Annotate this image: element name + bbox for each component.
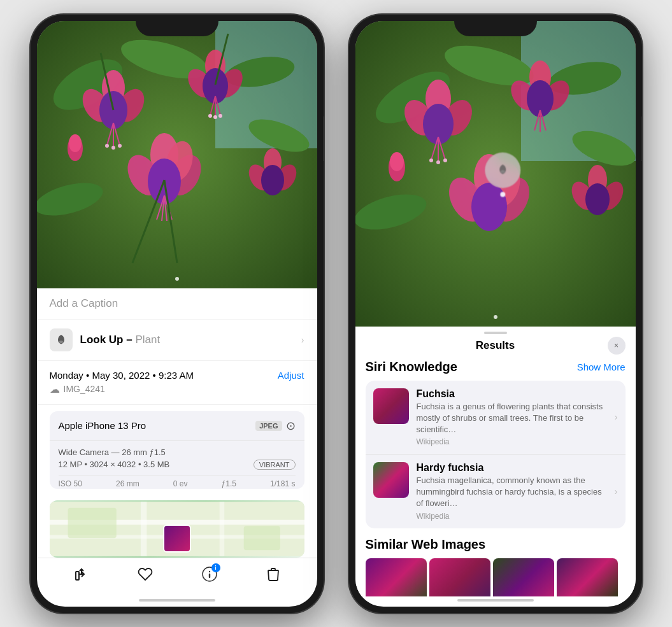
aperture-value: ƒ1.5	[222, 479, 236, 488]
fuchsia-chevron: ›	[615, 412, 618, 422]
lookup-dot	[500, 192, 505, 197]
svg-point-95	[500, 169, 504, 173]
svg-point-88	[471, 183, 507, 231]
results-header: Results ×	[355, 339, 636, 360]
svg-point-25	[208, 114, 212, 118]
svg-point-27	[218, 114, 222, 118]
fuchsia-desc: Fuchsia is a genus of flowering plants t…	[417, 401, 607, 436]
caption-placeholder: Add a Caption	[50, 297, 118, 309]
vibrant-badge: VIBRANT	[254, 460, 296, 470]
svg-point-75	[436, 160, 440, 164]
similar-image-4[interactable]	[557, 558, 618, 596]
svg-point-57	[208, 571, 210, 572]
similar-images-row	[366, 558, 626, 596]
shutter-value: 1/181 s	[270, 479, 295, 488]
date-text: Monday • May 30, 2022 • 9:23 AM	[50, 370, 194, 381]
photo-info-section: Monday • May 30, 2022 • 9:23 AM Adjust ☁…	[37, 361, 317, 405]
close-button[interactable]: ×	[608, 337, 626, 355]
hardy-name: Hardy fuchsia	[417, 462, 607, 474]
svg-rect-53	[68, 507, 116, 538]
phone2-screen: Results × Siri Knowledge Show More	[355, 21, 636, 607]
cloud-icon: ☁	[50, 383, 60, 395]
home-indicator	[139, 599, 215, 602]
lookup-label: Look Up – Plant	[80, 334, 161, 346]
svg-rect-51	[140, 502, 147, 556]
phone1-screen: Add a Caption Look Up – Plant › Monda	[37, 21, 317, 607]
results-content: Siri Knowledge Show More Fuchsia Fuchsia…	[355, 360, 636, 596]
svg-point-42	[69, 134, 82, 152]
svg-point-76	[443, 159, 447, 162]
jpeg-badge: JPEG	[255, 421, 282, 431]
svg-point-16	[111, 146, 115, 150]
knowledge-item-2[interactable]: Hardy fuchsia Fuchsia magellanica, commo…	[366, 454, 626, 528]
knowledge-item-1[interactable]: Fuchsia Fuchsia is a genus of flowering …	[366, 381, 626, 454]
knowledge-card: Fuchsia Fuchsia is a genus of flowering …	[366, 381, 626, 528]
share-button[interactable]	[74, 567, 89, 586]
svg-rect-55	[76, 572, 79, 580]
siri-knowledge-header: Siri Knowledge Show More	[366, 360, 626, 374]
fuchsia-name: Fuchsia	[417, 388, 607, 400]
phone-1: Add a Caption Look Up – Plant › Monda	[31, 15, 324, 613]
similar-image-1[interactable]	[366, 558, 427, 596]
mp-info: 12 MP • 3024 × 4032 • 3.5 MB	[59, 460, 170, 469]
visual-lookup-button[interactable]	[485, 152, 520, 188]
home-indicator-2	[457, 599, 534, 602]
toolbar: i	[37, 558, 317, 596]
results-title: Results	[476, 339, 515, 352]
svg-point-92	[585, 183, 610, 215]
fuchsia-thumb	[373, 388, 409, 424]
show-more-button[interactable]: Show More	[577, 362, 626, 372]
photo-page-dot	[175, 277, 179, 281]
fuchsia-source: Wikipedia	[417, 437, 607, 446]
iso-value: ISO 50	[59, 479, 82, 488]
info-button[interactable]: i	[201, 566, 218, 586]
hardy-desc: Fuchsia magellanica, commonly known as t…	[417, 475, 607, 510]
svg-point-17	[118, 144, 122, 148]
results-sheet: Results × Siri Knowledge Show More	[355, 327, 636, 596]
caption-area[interactable]: Add a Caption	[37, 288, 317, 320]
filename: IMG_4241	[64, 384, 105, 394]
info-badge: i	[211, 563, 220, 572]
svg-point-26	[213, 115, 217, 119]
hardy-chevron: ›	[615, 486, 618, 497]
svg-point-40	[261, 165, 284, 195]
camera-section: Apple iPhone 13 Pro JPEG ⊙ Wide Camera —…	[50, 411, 304, 489]
delete-button[interactable]	[266, 567, 280, 586]
photo2-page-dot	[494, 315, 497, 319]
svg-point-47	[59, 341, 63, 343]
similar-image-3[interactable]	[493, 558, 554, 596]
lookup-row[interactable]: Look Up – Plant ›	[37, 320, 317, 361]
svg-rect-58	[208, 574, 210, 578]
svg-rect-52	[219, 502, 224, 556]
phone-2: Results × Siri Knowledge Show More	[349, 15, 642, 613]
wide-camera-info: Wide Camera — 26 mm ƒ1.5	[59, 447, 296, 457]
adjust-button[interactable]: Adjust	[278, 370, 304, 381]
svg-point-74	[429, 159, 433, 162]
ev-value: 0 ev	[173, 479, 188, 488]
sheet-handle	[484, 332, 507, 334]
favorite-button[interactable]	[138, 567, 153, 586]
phone1-photo[interactable]	[37, 21, 317, 288]
siri-knowledge-title: Siri Knowledge	[366, 360, 457, 374]
phone2-photo[interactable]	[355, 21, 636, 327]
svg-point-94	[390, 152, 404, 171]
svg-point-15	[105, 144, 109, 148]
focal-value: 26 mm	[116, 479, 139, 488]
lookup-icon	[50, 328, 73, 351]
camera-name: Apple iPhone 13 Pro	[59, 420, 147, 431]
similar-title: Similar Web Images	[366, 537, 626, 552]
map-area[interactable]	[50, 500, 304, 558]
similar-section: Similar Web Images	[366, 537, 626, 596]
lookup-chevron: ›	[301, 335, 304, 345]
camera-icon[interactable]: ⊙	[286, 419, 296, 433]
hardy-source: Wikipedia	[417, 512, 607, 521]
similar-image-2[interactable]	[429, 558, 490, 596]
svg-rect-54	[243, 526, 280, 550]
hardy-thumb	[373, 462, 409, 498]
